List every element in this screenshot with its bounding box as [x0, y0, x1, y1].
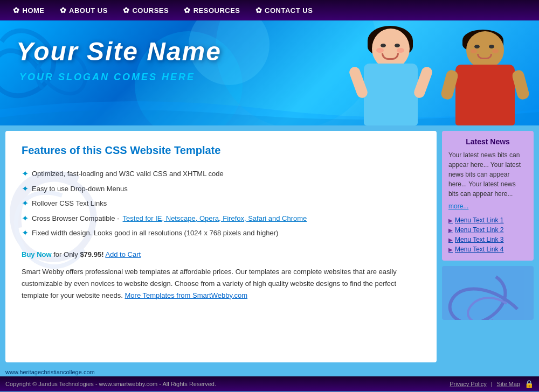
- home-nav-icon: ✿: [13, 6, 20, 15]
- content-area: Features of this CSS Website Template ✦ …: [5, 131, 437, 362]
- sidebar-link-1[interactable]: ▶ Menu Text Link 1: [448, 215, 527, 225]
- buy-now-link[interactable]: Buy Now: [22, 250, 52, 258]
- contact-nav-icon: ✿: [255, 6, 262, 15]
- site-slogan: Your Slogan Comes Here: [19, 72, 195, 83]
- feature-item-3: ✦ Rollover CSS Text Links: [22, 196, 420, 211]
- nav-home[interactable]: ✿ HOME: [5, 6, 52, 15]
- footer-icon: 🔒: [524, 380, 534, 388]
- buy-now-middle: for Only: [52, 250, 80, 258]
- girl-figure: [356, 29, 431, 125]
- more-templates-link[interactable]: More Templates from SmartWebby.com: [125, 291, 248, 299]
- site-header: Your Site Name Your Slogan Comes Here: [0, 20, 539, 125]
- courses-nav-icon: ✿: [123, 6, 130, 15]
- nav-resources-label: RESOURCES: [194, 6, 240, 15]
- sidebar-link-2-label: Menu Text Link 2: [455, 226, 504, 234]
- footer-copyright: Copyright © Jandus Technologies - www.sm…: [5, 381, 216, 387]
- feature-text-5: Fixed width design. Looks good in all re…: [32, 228, 278, 239]
- about-nav-icon: ✿: [60, 6, 67, 15]
- boy-figure: [447, 31, 528, 125]
- bullet-1: ✦: [22, 169, 29, 179]
- bullet-2: ✦: [22, 184, 29, 194]
- sidebar-swirl-decor: [442, 266, 534, 320]
- feature-text-2: Easy to use Drop-down Menus: [32, 184, 128, 194]
- girl-head: [372, 29, 410, 69]
- feature-item-2: ✦ Easy to use Drop-down Menus: [22, 181, 420, 197]
- nav-courses[interactable]: ✿ COURSES: [115, 6, 176, 15]
- latest-news-box: Latest News Your latest news bits can ap…: [442, 131, 534, 261]
- feature-item-1: ✦ Optimized, fast-loading and W3C valid …: [22, 166, 420, 181]
- sidebar: Latest News Your latest news bits can ap…: [442, 131, 534, 362]
- nav-about-label: ABOUT US: [69, 6, 108, 15]
- nav-contact-us[interactable]: ✿ CONTACT US: [248, 6, 321, 15]
- resources-nav-icon: ✿: [184, 6, 191, 15]
- sidebar-links: ▶ Menu Text Link 1 ▶ Menu Text Link 2 ▶ …: [448, 215, 527, 254]
- feature-text-1: Optimized, fast-loading and W3C valid CS…: [32, 169, 224, 179]
- description-text: Smart Webby offers professional web temp…: [22, 266, 420, 302]
- feature-item-4: ✦ Cross Browser Compatible - Tested for …: [22, 211, 420, 226]
- add-to-cart-link[interactable]: Add to Cart: [105, 250, 141, 258]
- buy-now-price: $79.95!: [80, 250, 103, 258]
- browser-compat-link[interactable]: Tested for IE, Netscape, Opera, Firefox,…: [123, 213, 307, 224]
- nav-contact-label: CONTACT US: [265, 6, 313, 15]
- feature-list: ✦ Optimized, fast-loading and W3C valid …: [22, 166, 420, 241]
- feature-item-5: ✦ Fixed width design. Looks good in all …: [22, 226, 420, 241]
- boy-head: [466, 31, 504, 69]
- latest-news-heading: Latest News: [448, 137, 527, 146]
- sidebar-link-3[interactable]: ▶ Menu Text Link 3: [448, 235, 527, 244]
- footer-divider: |: [491, 381, 493, 387]
- sidebar-link-2[interactable]: ▶ Menu Text Link 2: [448, 225, 527, 235]
- sidebar-link-4-label: Menu Text Link 4: [455, 246, 504, 253]
- sidebar-link-4[interactable]: ▶ Menu Text Link 4: [448, 244, 527, 254]
- sidebar-tri-1: ▶: [448, 218, 453, 223]
- site-title: Your Site Name: [16, 37, 222, 66]
- buy-now-section: Buy Now for Only $79.95! Add to Cart: [22, 250, 420, 258]
- sidebar-tri-3: ▶: [448, 237, 453, 243]
- footer-url-text: www.heritagechristiancollege.com: [5, 369, 95, 375]
- bullet-3: ✦: [22, 198, 29, 208]
- news-more-link[interactable]: more...: [448, 202, 468, 210]
- nav-courses-label: COURSES: [132, 6, 169, 15]
- sidebar-tri-2: ▶: [448, 227, 453, 233]
- nav-about-us[interactable]: ✿ ABOUT US: [52, 6, 115, 15]
- navbar: ✿ HOME ✿ ABOUT US ✿ COURSES ✿ RESOURCES …: [0, 0, 539, 20]
- girl-body: [364, 64, 418, 125]
- bullet-4: ✦: [22, 213, 29, 223]
- footer-links: Privacy Policy | Site Map 🔒: [450, 380, 534, 388]
- site-map-link[interactable]: Site Map: [497, 381, 520, 387]
- bullet-5: ✦: [22, 228, 29, 238]
- sidebar-link-1-label: Menu Text Link 1: [455, 216, 504, 224]
- sidebar-swirl-svg: [442, 266, 534, 320]
- nav-resources[interactable]: ✿ RESOURCES: [176, 6, 247, 15]
- footer-url-bar: www.heritagechristiancollege.com: [0, 368, 539, 376]
- main-wrapper: Features of this CSS Website Template ✦ …: [0, 125, 539, 368]
- header-kids-image: [323, 20, 539, 125]
- feature-text-3: Rollover CSS Text Links: [32, 198, 107, 209]
- sidebar-link-3-label: Menu Text Link 3: [455, 236, 504, 243]
- footer: Copyright © Jandus Technologies - www.sm…: [0, 376, 539, 391]
- boy-body: [455, 65, 515, 125]
- content-heading: Features of this CSS Website Template: [22, 144, 420, 157]
- feature-text-4-prefix: Cross Browser Compatible -: [32, 213, 120, 224]
- privacy-policy-link[interactable]: Privacy Policy: [450, 381, 486, 387]
- nav-home-label: HOME: [23, 6, 45, 15]
- sidebar-tri-4: ▶: [448, 247, 453, 253]
- latest-news-text: Your latest news bits can appear here...…: [448, 150, 527, 199]
